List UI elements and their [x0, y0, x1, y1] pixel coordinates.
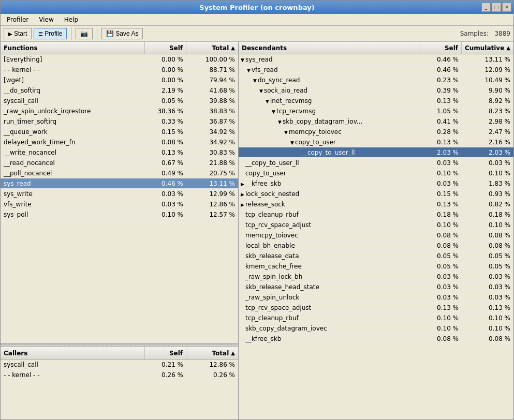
callers-col-self: Self — [145, 347, 186, 359]
left-panel: Functions Self Total ▲ [Everything] 0.00… — [1, 42, 239, 419]
minimize-button[interactable]: _ — [481, 3, 491, 12]
table-row[interactable]: __write_nocancel 0.13 % 30.83 % — [1, 147, 238, 158]
table-row[interactable]: - - kernel - - 0.26 % 0.26 % — [1, 370, 238, 380]
right-row[interactable]: ▶skb_copy_datagram_iovec 0.10 % 0.10 % — [239, 323, 513, 334]
table-row[interactable]: - - kernel - - 0.00 % 88.71 % — [1, 65, 238, 75]
func-self: 0.13 % — [145, 148, 186, 157]
desc-self: 0.05 % — [420, 251, 462, 261]
desc-cumul: 0.18 % — [462, 210, 513, 219]
table-row[interactable]: syscall_call 0.05 % 39.88 % — [1, 96, 238, 106]
right-row[interactable]: ▶__copy_to_user_ll 0.03 % 0.03 % — [239, 158, 513, 168]
save-as-button[interactable]: Save As — [101, 28, 143, 39]
main-content: Functions Self Total ▲ [Everything] 0.00… — [1, 42, 513, 419]
right-row[interactable]: ▼tcp_recvmsg 1.05 % 8.23 % — [239, 106, 513, 116]
menu-view[interactable]: View — [35, 15, 57, 24]
table-row[interactable]: sys_poll 0.10 % 12.57 % — [1, 209, 238, 220]
desc-cumul: 2.98 % — [462, 117, 513, 126]
right-row[interactable]: ▶memcpy_toiovec 0.08 % 0.08 % — [239, 230, 513, 241]
caller-total: 0.26 % — [186, 370, 238, 380]
callers-sort-arrow: ▲ — [231, 350, 235, 356]
table-row[interactable]: sys_write 0.03 % 12.99 % — [1, 189, 238, 199]
desc-self: 0.10 % — [420, 324, 462, 333]
descendants-table-body[interactable]: ▼sys_read 0.46 % 13.11 % ▼vfs_read 0.46 … — [239, 54, 513, 419]
desc-self: 0.15 % — [420, 189, 462, 199]
close-button[interactable]: ✕ — [502, 3, 511, 12]
title-bar-buttons: _ □ ✕ — [481, 3, 511, 12]
table-row[interactable]: delayed_work_timer_fn 0.08 % 34.92 % — [1, 137, 238, 147]
right-row[interactable]: ▼memcpy_toiovec 0.28 % 2.47 % — [239, 127, 513, 137]
right-row[interactable]: ▼copy_to_user 0.13 % 2.16 % — [239, 137, 513, 147]
right-row[interactable]: ▼sys_read 0.46 % 13.11 % — [239, 54, 513, 65]
right-row[interactable]: ▶release_sock 0.13 % 0.82 % — [239, 199, 513, 209]
desc-name: ▶__copy_to_user_ll — [239, 148, 420, 157]
func-total: 12.99 % — [186, 189, 238, 199]
func-self: 0.03 % — [145, 200, 186, 209]
caller-self: 0.21 % — [145, 360, 186, 369]
func-self: 0.15 % — [145, 127, 186, 137]
right-row[interactable]: ▼do_sync_read 0.23 % 10.49 % — [239, 75, 513, 85]
desc-cumul: 2.47 % — [462, 127, 513, 137]
func-total: 39.88 % — [186, 96, 238, 106]
table-row[interactable]: __read_nocancel 0.67 % 21.88 % — [1, 158, 238, 168]
desc-self: 0.05 % — [420, 262, 462, 271]
right-row[interactable]: ▼vfs_read 0.46 % 12.09 % — [239, 65, 513, 75]
table-row[interactable]: vfs_write 0.03 % 12.86 % — [1, 199, 238, 209]
right-row[interactable]: ▶_raw_spin_lock_bh 0.03 % 0.03 % — [239, 272, 513, 282]
desc-name: ▶kmem_cache_free — [239, 262, 420, 271]
right-row[interactable]: ▼sock_aio_read 0.39 % 9.90 % — [239, 85, 513, 96]
right-row[interactable]: ▶__copy_to_user_ll 2.03 % 2.03 % — [239, 147, 513, 158]
desc-name: ▼inet_recvmsg — [239, 96, 420, 106]
menu-bar: Profiler View Help — [1, 14, 513, 26]
camera-icon — [80, 30, 88, 37]
right-row[interactable]: ▶tcp_rcv_space_adjust 0.13 % 0.13 % — [239, 303, 513, 313]
callers-table-body[interactable]: syscall_call 0.21 % 12.86 % - - kernel -… — [1, 359, 238, 419]
right-row[interactable]: ▶copy_to_user 0.10 % 0.10 % — [239, 168, 513, 178]
table-row[interactable]: [wget] 0.00 % 79.94 % — [1, 75, 238, 85]
right-row[interactable]: ▼skb_copy_datagram_iov... 0.41 % 2.98 % — [239, 116, 513, 127]
profile-button[interactable]: Profile — [34, 28, 67, 39]
table-row[interactable]: __poll_nocancel 0.49 % 20.75 % — [1, 168, 238, 178]
maximize-button[interactable]: □ — [492, 3, 501, 12]
func-self: 0.49 % — [145, 169, 186, 178]
desc-cumul: 0.10 % — [462, 324, 513, 333]
desc-name: ▶__kfree_skb — [239, 334, 420, 343]
menu-profiler[interactable]: Profiler — [3, 15, 33, 24]
start-button[interactable]: Start — [4, 28, 32, 39]
right-row[interactable]: ▶kmem_cache_free 0.05 % 0.05 % — [239, 261, 513, 272]
right-row[interactable]: ▶tcp_rcv_space_adjust 0.10 % 0.10 % — [239, 220, 513, 230]
table-row[interactable]: sys_read 0.46 % 13.11 % — [1, 178, 238, 189]
table-row[interactable]: _raw_spin_unlock_irqrestore 38.36 % 38.8… — [1, 106, 238, 116]
desc-cumul: 10.49 % — [462, 76, 513, 85]
camera-button[interactable] — [76, 28, 93, 39]
table-row[interactable]: [Everything] 0.00 % 100.00 % — [1, 54, 238, 65]
table-row[interactable]: __do_softirq 2.19 % 41.68 % — [1, 85, 238, 96]
right-row[interactable]: ▶tcp_cleanup_rbuf 0.18 % 0.18 % — [239, 209, 513, 220]
menu-help[interactable]: Help — [60, 15, 82, 24]
right-row[interactable]: ▶tcp_cleanup_rbuf 0.10 % 0.10 % — [239, 313, 513, 323]
table-row[interactable]: run_timer_softirq 0.33 % 36.87 % — [1, 116, 238, 127]
right-row[interactable]: ▶lock_sock_nested 0.15 % 0.93 % — [239, 189, 513, 199]
table-row[interactable]: __queue_work 0.15 % 34.92 % — [1, 127, 238, 137]
right-row[interactable]: ▶__kfree_skb 0.08 % 0.08 % — [239, 334, 513, 344]
func-name: sys_write — [1, 189, 145, 199]
func-name: sys_read — [1, 179, 145, 188]
table-row[interactable]: syscall_call 0.21 % 12.86 % — [1, 359, 238, 370]
right-row[interactable]: ▶local_bh_enable 0.08 % 0.08 % — [239, 241, 513, 251]
functions-pane: Functions Self Total ▲ [Everything] 0.00… — [1, 42, 238, 344]
desc-self: 0.28 % — [420, 127, 462, 137]
desc-cumul: 0.05 % — [462, 262, 513, 271]
func-total: 88.71 % — [186, 65, 238, 74]
functions-table-body[interactable]: [Everything] 0.00 % 100.00 % - - kernel … — [1, 54, 238, 343]
desc-name: ▼memcpy_toiovec — [239, 127, 420, 137]
func-total: 21.88 % — [186, 158, 238, 168]
desc-name: ▼vfs_read — [239, 65, 420, 74]
desc-self: 0.23 % — [420, 76, 462, 85]
right-row[interactable]: ▶_raw_spin_unlock 0.03 % 0.03 % — [239, 292, 513, 303]
func-total: 34.92 % — [186, 138, 238, 147]
right-row[interactable]: ▶skb_release_data 0.05 % 0.05 % — [239, 251, 513, 261]
right-row[interactable]: ▶skb_release_head_state 0.03 % 0.03 % — [239, 282, 513, 292]
func-name: sys_poll — [1, 210, 145, 219]
desc-self: 0.13 % — [420, 96, 462, 106]
right-row[interactable]: ▶__kfree_skb 0.03 % 1.83 % — [239, 178, 513, 189]
right-row[interactable]: ▼inet_recvmsg 0.13 % 8.92 % — [239, 96, 513, 106]
